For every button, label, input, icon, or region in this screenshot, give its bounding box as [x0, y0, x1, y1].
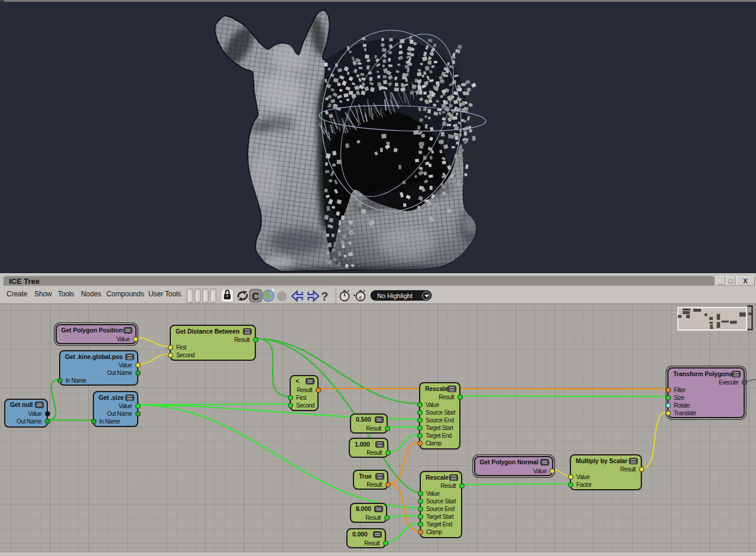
- svg-text:?: ?: [321, 290, 328, 303]
- svg-text:c: c: [359, 295, 362, 300]
- svg-text:C: C: [252, 291, 259, 302]
